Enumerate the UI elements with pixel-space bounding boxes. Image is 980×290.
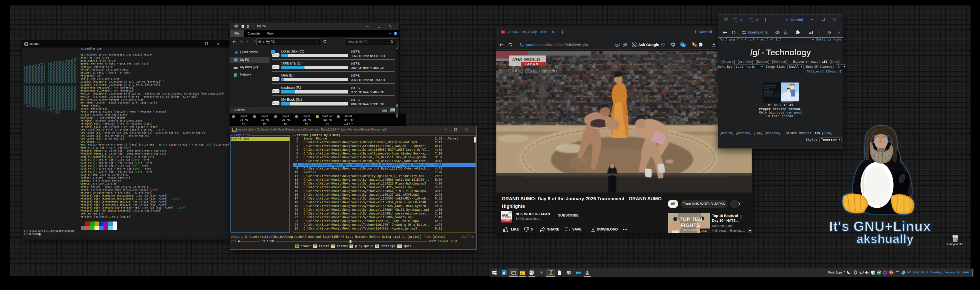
svg-text:C:\: C:\ xyxy=(25,43,28,45)
svg-text:Hatsu Basho: Hatsu Basho xyxy=(682,228,698,232)
svg-text:WM: dwm: WM: dwm xyxy=(764,88,769,90)
svg-text:EPIC: EPIC xyxy=(896,271,899,272)
svg-text:OS: Gentoo Linux: OS: Gentoo Linux xyxy=(764,86,776,88)
svg-text:EA: EA xyxy=(890,271,893,274)
svg-text:14:2: 14:2 xyxy=(701,229,706,232)
svg-text:FIGHTS: FIGHTS xyxy=(681,222,700,228)
svg-text:B: B xyxy=(531,271,533,274)
svg-text:kitteh@gentoo: kitteh@gentoo xyxy=(764,84,776,86)
svg-text:01: 01 xyxy=(818,32,820,34)
svg-text:7: 7 xyxy=(695,44,696,47)
svg-text:TOP TEN: TOP TEN xyxy=(679,216,702,222)
svg-text:C:\: C:\ xyxy=(512,272,515,274)
svg-text:1: 1 xyxy=(683,44,684,47)
